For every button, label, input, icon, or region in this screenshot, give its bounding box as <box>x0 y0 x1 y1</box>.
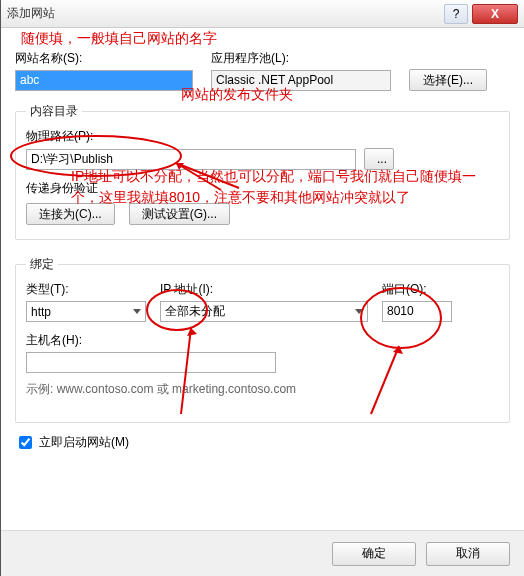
host-input[interactable] <box>26 352 276 373</box>
ok-button[interactable]: 确定 <box>332 542 416 566</box>
binding-legend: 绑定 <box>26 256 58 273</box>
browse-path-button[interactable]: ... <box>364 148 394 170</box>
test-settings-button[interactable]: 测试设置(G)... <box>129 203 230 225</box>
cancel-button[interactable]: 取消 <box>426 542 510 566</box>
start-website-checkbox[interactable]: 立即启动网站(M) <box>15 433 510 452</box>
binding-group: 绑定 类型(T): http IP 地址(I): 全部未分配 端口(O): 80 <box>15 256 510 423</box>
passthrough-auth-label: 传递身份验证 <box>26 180 499 197</box>
titlebar: 添加网站 ? X <box>1 0 524 28</box>
app-pool-label: 应用程序池(L): <box>211 50 391 67</box>
window-title: 添加网站 <box>7 5 444 22</box>
start-website-label: 立即启动网站(M) <box>39 434 129 451</box>
physical-path-input[interactable]: D:\学习\Publish <box>26 149 356 170</box>
chevron-down-icon <box>133 309 141 314</box>
host-example: 示例: www.contoso.com 或 marketing.contoso.… <box>26 381 499 398</box>
host-label: 主机名(H): <box>26 332 499 349</box>
app-pool-input: Classic .NET AppPool <box>211 70 391 91</box>
ip-dropdown[interactable]: 全部未分配 <box>160 301 368 322</box>
select-app-pool-button[interactable]: 选择(E)... <box>409 69 487 91</box>
content-legend: 内容目录 <box>26 103 82 120</box>
help-button[interactable]: ? <box>444 4 468 24</box>
type-dropdown[interactable]: http <box>26 301 146 322</box>
type-value: http <box>31 305 51 319</box>
content-directory-group: 内容目录 物理路径(P): D:\学习\Publish ... 传递身份验证 连… <box>15 103 510 240</box>
type-label: 类型(T): <box>26 281 146 298</box>
site-name-label: 网站名称(S): <box>15 50 193 67</box>
add-website-dialog: 添加网站 ? X 随便填，一般填自己网站的名字 网站名称(S): abc 应用程… <box>0 0 524 576</box>
start-website-checkbox-input[interactable] <box>19 436 32 449</box>
port-input[interactable]: 8010 <box>382 301 452 322</box>
ip-value: 全部未分配 <box>165 303 225 320</box>
connect-as-button[interactable]: 连接为(C)... <box>26 203 115 225</box>
dialog-button-bar: 确定 取消 <box>1 530 524 576</box>
chevron-down-icon <box>355 309 363 314</box>
port-label: 端口(O): <box>382 281 452 298</box>
ip-label: IP 地址(I): <box>160 281 368 298</box>
close-button[interactable]: X <box>472 4 518 24</box>
physical-path-label: 物理路径(P): <box>26 128 499 145</box>
site-name-input[interactable]: abc <box>15 70 193 91</box>
annotation-sitename: 随便填，一般填自己网站的名字 <box>21 30 217 48</box>
